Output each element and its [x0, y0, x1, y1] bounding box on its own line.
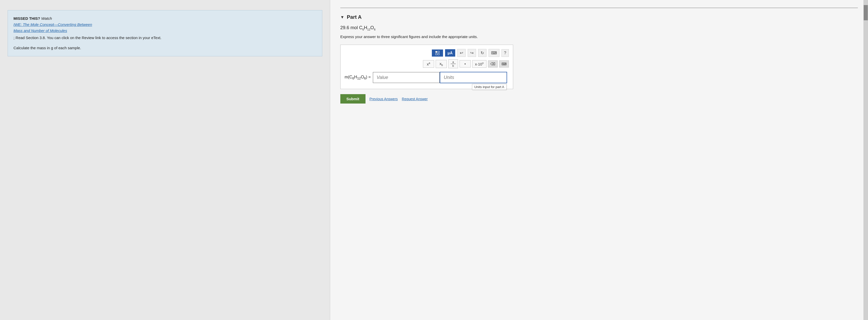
iwe-link2[interactable]: Mass and Number of Molecules	[13, 28, 67, 33]
input-row: m(C6H12O6) = Units input for part A	[345, 72, 509, 83]
keyboard-math-button[interactable]: ⌨	[499, 60, 509, 68]
left-panel: MISSED THIS? Watch IWE: The Mole Concept…	[0, 0, 330, 320]
dot-button[interactable]: •	[460, 60, 471, 68]
units-input[interactable]	[440, 72, 506, 83]
scrollbar[interactable]	[863, 0, 868, 320]
subscript-button[interactable]: xb	[436, 60, 447, 68]
math-row: xa xb a b • x·10n ⌫ ⌨	[345, 59, 509, 68]
part-a-title: Part A	[347, 14, 362, 20]
units-input-wrapper: Units input for part A	[440, 72, 507, 83]
sci-notation-button[interactable]: x·10n	[472, 60, 487, 68]
unit-button[interactable]: μÅ	[445, 49, 455, 57]
bottom-row: Submit Previous Answers Request Answer	[340, 94, 858, 104]
redo-button[interactable]: ↪	[468, 49, 476, 57]
right-panel: ▼ Part A 29.6 mol C6H12O6 Express your a…	[330, 0, 868, 320]
answer-box: μÅ ↩ ↪ ↻ ⌨ ? xa xb a b • x·10n ⌫ ⌨ m(C6H…	[340, 45, 513, 89]
missed-title: MISSED THIS? Watch	[13, 16, 52, 21]
collapse-arrow-icon[interactable]: ▼	[340, 15, 344, 20]
equation-label: m(C6H12O6) =	[345, 75, 371, 80]
missed-box: MISSED THIS? Watch IWE: The Mole Concept…	[8, 10, 322, 56]
keyboard-toolbar-button[interactable]: ⌨	[489, 49, 499, 57]
previous-answers-button[interactable]: Previous Answers	[370, 97, 398, 101]
superscript-button[interactable]: xa	[423, 60, 434, 68]
formula-line: 29.6 mol C6H12O6	[340, 25, 858, 31]
iwe-link1[interactable]: IWE: The Mole Concept—Converting Between	[13, 22, 92, 27]
value-input[interactable]	[373, 72, 440, 83]
missed-title-text: MISSED THIS?	[13, 16, 40, 21]
matrix-button[interactable]	[432, 49, 443, 57]
help-button[interactable]: ?	[501, 49, 509, 57]
scrollbar-thumb[interactable]	[864, 5, 868, 20]
top-divider	[340, 8, 858, 8]
instructions-text: Express your answer to three significant…	[340, 34, 858, 40]
fraction-button[interactable]: a b	[448, 59, 458, 68]
read-section-text: ; Read Section 3.8. You can click on the…	[13, 35, 316, 41]
undo-button[interactable]: ↩	[457, 49, 466, 57]
part-a-header: ▼ Part A	[340, 14, 858, 20]
submit-button[interactable]: Submit	[340, 94, 366, 104]
request-answer-button[interactable]: Request Answer	[402, 97, 428, 101]
units-tooltip: Units input for part A	[472, 84, 506, 90]
toolbar-row: μÅ ↩ ↪ ↻ ⌨ ?	[345, 49, 509, 57]
watch-label: Watch	[41, 16, 52, 21]
refresh-button[interactable]: ↻	[478, 49, 487, 57]
calculate-text: Calculate the mass in g of each sample.	[13, 45, 316, 51]
delete-button[interactable]: ⌫	[488, 60, 498, 68]
